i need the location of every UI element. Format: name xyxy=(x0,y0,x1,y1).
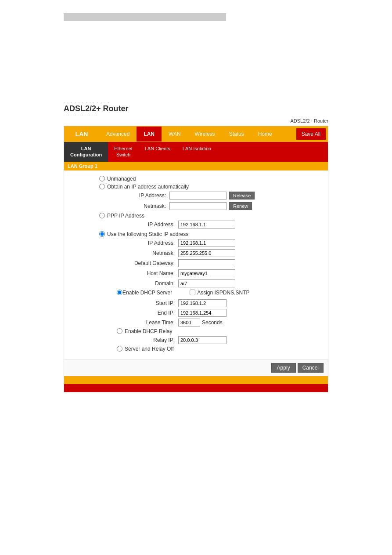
sub-tab-lan-clients[interactable]: LAN Clients xyxy=(139,142,176,162)
obtain-auto-label: Obtain an IP address automatically xyxy=(107,184,189,190)
end-ip-label: End IP: xyxy=(134,310,178,316)
group-header: LAN Group 1 xyxy=(64,162,328,170)
static-netmask-input[interactable] xyxy=(178,249,235,257)
host-name-row: Host Name: xyxy=(117,269,319,277)
server-relay-off-row: Server and Relay Off xyxy=(117,346,319,352)
tab-advanced[interactable]: Advanced xyxy=(99,127,137,141)
logo-text: ADSL2/2+ Router xyxy=(64,104,392,113)
relay-ip-row: Relay IP: xyxy=(134,336,319,344)
default-gateway-input[interactable] xyxy=(178,259,235,267)
sub-tab-lan-isolation[interactable]: LAN Isolation xyxy=(176,142,217,162)
sub-tab-ethernet-switch[interactable]: EthernetSwitch xyxy=(108,142,139,162)
lease-time-input[interactable] xyxy=(178,319,200,326)
lease-time-label: Lease Time: xyxy=(134,319,178,326)
static-section: IP Address: Netmask: Default Gateway: Ho… xyxy=(99,239,319,352)
domain-row: Domain: xyxy=(117,279,319,287)
host-name-label: Host Name: xyxy=(117,270,178,276)
tab-lan[interactable]: LAN xyxy=(137,127,162,141)
footer-red xyxy=(64,384,328,392)
netmask-row: Netmask: Renew xyxy=(99,202,319,210)
static-ip-row: IP Address: xyxy=(117,239,319,247)
ppp-ip-address-row: IP Address: xyxy=(99,221,319,229)
logo-dots-bottom: · · · · · · · · · · · · · · · xyxy=(64,113,392,116)
nav-section-label: LAN xyxy=(64,126,99,142)
router-label: ADSL2/2+ Router xyxy=(0,118,328,123)
unmanaged-row: Unmanaged xyxy=(99,176,319,182)
dhcp-relay-row: Enable DHCP Relay xyxy=(117,328,319,334)
static-netmask-row: Netmask: xyxy=(117,249,319,257)
assign-dns-label: Assign ISPDNS,SNTP xyxy=(197,290,249,296)
unmanaged-label: Unmanaged xyxy=(107,176,136,182)
sub-nav: LANConfiguration EthernetSwitch LAN Clie… xyxy=(64,142,328,162)
renew-button[interactable]: Renew xyxy=(229,202,252,210)
enable-dhcp-label: Enable DHCP Server xyxy=(122,290,172,296)
start-ip-label: Start IP: xyxy=(134,300,178,306)
start-ip-row: Start IP: xyxy=(134,299,319,307)
netmask-label: Netmask: xyxy=(99,203,169,209)
default-gateway-label: Default Gateway: xyxy=(117,260,178,266)
ppp-ip-address-label: IP Address: xyxy=(108,221,178,228)
top-bar xyxy=(64,13,226,21)
server-relay-off-label: Server and Relay Off xyxy=(125,346,174,352)
domain-label: Domain: xyxy=(117,280,178,287)
footer-bar xyxy=(64,376,328,384)
release-button[interactable]: Release xyxy=(229,192,255,200)
dhcp-section: Start IP: End IP: Lease Time: Seconds xyxy=(117,299,319,326)
ip-address-label: IP Address: xyxy=(99,192,169,199)
relay-ip-section: Relay IP: xyxy=(117,336,319,344)
enable-relay-radio[interactable] xyxy=(117,328,122,334)
use-static-row: Use the following Static IP address xyxy=(99,231,319,237)
unmanaged-radio[interactable] xyxy=(99,176,105,181)
seconds-label: Seconds xyxy=(202,319,223,326)
start-ip-input[interactable] xyxy=(178,299,227,307)
logo-area: · · · · · · · · · · · · · ADSL2/2+ Route… xyxy=(64,100,392,116)
content-area: LAN Group 1 Unmanaged Obtain an IP addre… xyxy=(64,162,328,376)
logo-dots-top: · · · · · · · · · · · · · xyxy=(64,100,392,104)
nav-tabs: Advanced LAN WAN Wireless Status Home xyxy=(99,126,296,142)
ppp-ip-label: PPP IP Address xyxy=(107,213,144,219)
tab-wireless[interactable]: Wireless xyxy=(188,127,222,141)
end-ip-row: End IP: xyxy=(134,309,319,317)
sub-tab-spacer xyxy=(217,142,328,162)
obtain-auto-radio[interactable] xyxy=(99,184,105,189)
use-static-radio[interactable] xyxy=(99,231,105,237)
ppp-ip-address-input[interactable] xyxy=(178,221,235,229)
ip-address-input[interactable] xyxy=(169,192,227,200)
relay-ip-label: Relay IP: xyxy=(134,337,178,343)
cancel-button[interactable]: Cancel xyxy=(298,363,324,373)
form-section: Unmanaged Obtain an IP address automatic… xyxy=(64,170,328,359)
default-gateway-row: Default Gateway: xyxy=(117,259,319,267)
tab-status[interactable]: Status xyxy=(222,127,251,141)
tab-home[interactable]: Home xyxy=(251,127,279,141)
page-wrapper: · · · · · · · · · · · · · ADSL2/2+ Route… xyxy=(0,0,392,555)
obtain-auto-row: Obtain an IP address automatically xyxy=(99,184,319,190)
dhcp-server-row: Enable DHCP Server Assign ISPDNS,SNTP xyxy=(117,290,319,296)
static-netmask-label: Netmask: xyxy=(117,250,178,256)
ppp-ip-row: PPP IP Address xyxy=(99,213,319,219)
enable-dhcp-radio[interactable] xyxy=(117,290,122,295)
sub-tab-lan-config[interactable]: LANConfiguration xyxy=(64,142,108,162)
host-name-input[interactable] xyxy=(178,269,235,277)
ip-address-row: IP Address: Release xyxy=(99,192,319,200)
ppp-ip-radio[interactable] xyxy=(99,213,105,218)
end-ip-input[interactable] xyxy=(178,309,227,317)
enable-relay-label: Enable DHCP Relay xyxy=(125,328,173,334)
domain-input[interactable] xyxy=(178,279,235,287)
relay-ip-input[interactable] xyxy=(178,336,227,344)
apply-button[interactable]: Apply xyxy=(271,363,296,373)
save-all-button[interactable]: Save All xyxy=(296,128,326,140)
tab-wan[interactable]: WAN xyxy=(162,127,188,141)
server-relay-off-radio[interactable] xyxy=(117,346,122,352)
action-bar: Apply Cancel xyxy=(64,359,328,376)
assign-dns-checkbox[interactable] xyxy=(190,290,195,295)
netmask-input[interactable] xyxy=(169,202,227,210)
main-container: LAN Advanced LAN WAN Wireless Status Hom… xyxy=(64,126,328,392)
use-static-label: Use the following Static IP address xyxy=(107,231,188,237)
nav-bar: LAN Advanced LAN WAN Wireless Status Hom… xyxy=(64,126,328,142)
lease-time-row: Lease Time: Seconds xyxy=(134,319,319,326)
static-ip-input[interactable] xyxy=(178,239,235,247)
static-ip-label: IP Address: xyxy=(117,240,178,246)
